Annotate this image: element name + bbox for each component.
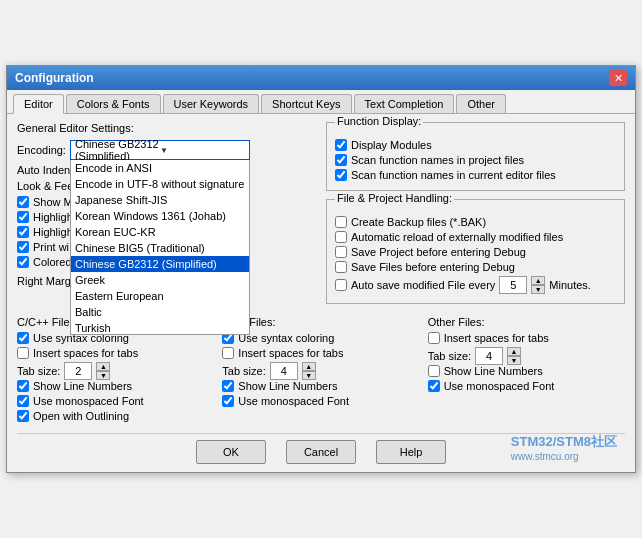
asm-tab-spinner: ▲ ▼ <box>302 362 316 380</box>
c-spaces-check[interactable] <box>17 347 29 359</box>
title-bar: Configuration ✕ <box>7 66 635 90</box>
auto-save-up[interactable]: ▲ <box>531 276 545 285</box>
auto-reload-label: Automatic reload of externally modified … <box>351 231 563 243</box>
highlight1-check[interactable] <box>17 211 29 223</box>
asm-monospaced-check[interactable] <box>222 395 234 407</box>
c-outlining-check[interactable] <box>17 410 29 422</box>
highlight2-check[interactable] <box>17 226 29 238</box>
c-monospaced-row: Use monospaced Font <box>17 395 214 407</box>
encoding-option[interactable]: Korean EUC-KR <box>71 224 249 240</box>
scan-project-label: Scan function names in project files <box>351 154 524 166</box>
file-project-title: File & Project Handling: <box>335 192 454 204</box>
tab-user-keywords[interactable]: User Keywords <box>163 94 260 113</box>
asm-syntax-row: Use syntax coloring <box>222 332 419 344</box>
other-monospaced-row: Use monospaced Font <box>428 380 625 392</box>
encoding-option-selected[interactable]: Chinese GB2312 (Simplified) <box>71 256 249 272</box>
tab-text-completion[interactable]: Text Completion <box>354 94 455 113</box>
auto-reload-check[interactable] <box>335 231 347 243</box>
function-display-group: Function Display: Display Modules Scan f… <box>326 122 625 191</box>
watermark: STM32/STM8社区 www.stmcu.org <box>511 433 617 462</box>
encoding-option[interactable]: Turkish <box>71 320 249 335</box>
save-files-debug-check[interactable] <box>335 261 347 273</box>
window-title: Configuration <box>15 71 94 85</box>
scan-project-check[interactable] <box>335 154 347 166</box>
configuration-window: Configuration ✕ Editor Colors & Fonts Us… <box>6 65 636 473</box>
asm-line-numbers-check[interactable] <box>222 380 234 392</box>
auto-save-suffix: Minutes. <box>549 279 591 291</box>
c-syntax-check[interactable] <box>17 332 29 344</box>
encoding-option[interactable]: Eastern European <box>71 288 249 304</box>
c-monospaced-check[interactable] <box>17 395 29 407</box>
tab-shortcut-keys[interactable]: Shortcut Keys <box>261 94 351 113</box>
encoding-option[interactable]: Japanese Shift-JIS <box>71 192 249 208</box>
encoding-list: Encode in ANSI Encode in UTF-8 without s… <box>70 160 250 335</box>
scan-project-row: Scan function names in project files <box>335 154 616 166</box>
other-tab-down[interactable]: ▼ <box>507 356 521 365</box>
encoding-option[interactable]: Korean Windows 1361 (Johab) <box>71 208 249 224</box>
left-column: General Editor Settings: Encoding: Chine… <box>17 122 316 312</box>
asm-spaces-row: Insert spaces for tabs <box>222 347 419 359</box>
dropdown-arrow-icon: ▼ <box>160 146 245 155</box>
c-tab-size-input[interactable] <box>64 362 92 380</box>
encoding-option[interactable]: Chinese BIG5 (Traditional) <box>71 240 249 256</box>
tab-other[interactable]: Other <box>456 94 506 113</box>
scan-editor-check[interactable] <box>335 169 347 181</box>
other-tab-up[interactable]: ▲ <box>507 347 521 356</box>
save-files-debug-row: Save Files before entering Debug <box>335 261 616 273</box>
scan-editor-label: Scan function names in current editor fi… <box>351 169 556 181</box>
auto-save-down[interactable]: ▼ <box>531 285 545 294</box>
auto-save-value[interactable] <box>499 276 527 294</box>
other-line-numbers-check[interactable] <box>428 365 440 377</box>
tab-editor[interactable]: Editor <box>13 94 64 114</box>
file-project-group: File & Project Handling: Create Backup f… <box>326 199 625 304</box>
asm-syntax-label: Use syntax coloring <box>238 332 334 344</box>
asm-spaces-label: Insert spaces for tabs <box>238 347 343 359</box>
save-before-debug-row: Save Project before entering Debug <box>335 246 616 258</box>
encoding-option[interactable]: Baltic <box>71 304 249 320</box>
other-tab-size-label: Tab size: <box>428 350 471 362</box>
help-button[interactable]: Help <box>376 440 446 464</box>
tab-colors-fonts[interactable]: Colors & Fonts <box>66 94 161 113</box>
encoding-option[interactable]: Greek <box>71 272 249 288</box>
function-display-title: Function Display: <box>335 115 423 127</box>
other-spaces-check[interactable] <box>428 332 440 344</box>
auto-save-row: Auto save modified File every ▲ ▼ Minute… <box>335 276 616 294</box>
encoding-label: Encoding: <box>17 144 66 156</box>
asm-tab-size-input[interactable] <box>270 362 298 380</box>
encoding-option[interactable]: Encode in ANSI <box>71 160 249 176</box>
show-modules-check[interactable] <box>17 196 29 208</box>
other-line-numbers-label: Show Line Numbers <box>444 365 543 377</box>
print-with-check[interactable] <box>17 241 29 253</box>
c-tab-down[interactable]: ▼ <box>96 371 110 380</box>
encoding-header[interactable]: Chinese GB2312 (Simplified) ▼ <box>70 140 250 160</box>
ok-button[interactable]: OK <box>196 440 266 464</box>
button-row: OK Cancel Help STM32/STM8社区 www.stmcu.or… <box>17 433 625 464</box>
other-monospaced-label: Use monospaced Font <box>444 380 555 392</box>
c-line-numbers-check[interactable] <box>17 380 29 392</box>
other-monospaced-check[interactable] <box>428 380 440 392</box>
other-line-numbers-row: Show Line Numbers <box>428 365 625 377</box>
auto-save-check[interactable] <box>335 279 347 291</box>
c-tab-up[interactable]: ▲ <box>96 362 110 371</box>
asm-monospaced-label: Use monospaced Font <box>238 395 349 407</box>
create-backup-check[interactable] <box>335 216 347 228</box>
other-files-group: Other Files: Insert spaces for tabs Tab … <box>428 316 625 425</box>
close-button[interactable]: ✕ <box>609 70 627 86</box>
file-project-content: Create Backup files (*.BAK) Automatic re… <box>335 216 616 294</box>
other-tab-size-input[interactable] <box>475 347 503 365</box>
tab-bar: Editor Colors & Fonts User Keywords Shor… <box>7 90 635 114</box>
display-modules-check[interactable] <box>335 139 347 151</box>
other-files-title: Other Files: <box>428 316 625 328</box>
c-spaces-row: Insert spaces for tabs <box>17 347 214 359</box>
encoding-selected: Chinese GB2312 (Simplified) <box>75 138 160 162</box>
cancel-button[interactable]: Cancel <box>286 440 356 464</box>
asm-line-numbers-row: Show Line Numbers <box>222 380 419 392</box>
encoding-dropdown[interactable]: Chinese GB2312 (Simplified) ▼ Encode in … <box>70 140 250 160</box>
encoding-option[interactable]: Encode in UTF-8 without signature <box>71 176 249 192</box>
general-settings-title: General Editor Settings: <box>17 122 316 134</box>
asm-spaces-check[interactable] <box>222 347 234 359</box>
asm-tab-up[interactable]: ▲ <box>302 362 316 371</box>
colored-check[interactable] <box>17 256 29 268</box>
asm-tab-down[interactable]: ▼ <box>302 371 316 380</box>
save-before-debug-check[interactable] <box>335 246 347 258</box>
